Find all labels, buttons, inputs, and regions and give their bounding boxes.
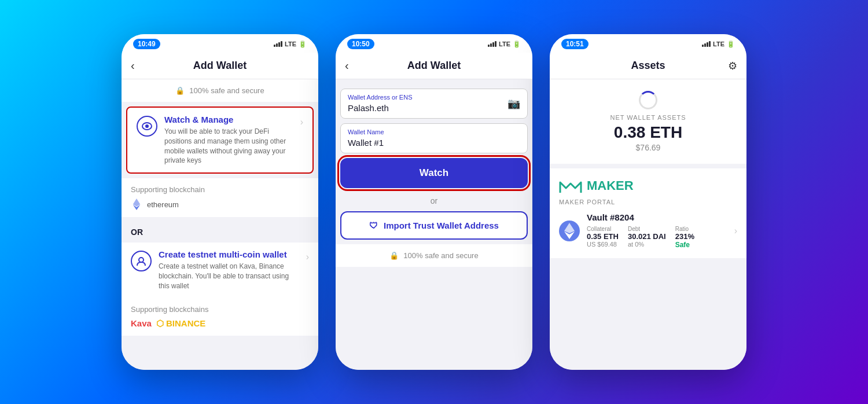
maker-logo: MAKER — [559, 178, 737, 194]
net-wallet-label: NET WALLET ASSETS — [610, 114, 686, 121]
create-testnet-item[interactable]: Create testnet multi-coin wallet Create … — [122, 243, 318, 298]
lte-label: LTE — [285, 41, 296, 47]
eth-icon — [564, 223, 575, 239]
status-icons-1: LTE 🔋 — [274, 41, 307, 48]
assets-net-section: NET WALLET ASSETS 0.38 ETH $76.69 — [550, 79, 746, 164]
or-text-2: or — [336, 193, 532, 209]
safe-banner-1: 🔒 100% safe and secure — [122, 79, 318, 102]
ratio-status: Safe — [675, 241, 694, 249]
battery-icon-3: 🔋 — [727, 41, 735, 48]
status-time-2: 10:50 — [347, 39, 374, 49]
svg-marker-2 — [133, 199, 141, 207]
screen1-content: 🔒 100% safe and secure Watch & Manage Yo… — [122, 79, 318, 370]
safe-banner-2: 🔒 100% safe and secure — [336, 244, 532, 267]
page-title-1: Add Wallet — [193, 60, 247, 72]
signal-icon — [274, 41, 282, 47]
import-button-label: Import Trust Wallet Address — [384, 221, 499, 230]
collateral-label: Collateral — [587, 226, 619, 232]
shield-icon: 🛡 — [369, 221, 378, 230]
loading-spinner — [639, 91, 657, 109]
collateral-usd: US $69.48 — [587, 241, 619, 248]
signal-icon-3 — [702, 41, 711, 47]
watch-button[interactable]: Watch — [340, 158, 528, 188]
back-button-1[interactable]: ‹ — [131, 59, 135, 72]
svg-point-1 — [145, 124, 149, 128]
svg-marker-5 — [564, 223, 575, 233]
debt-value: 30.021 DAI — [628, 232, 666, 241]
vault-row[interactable]: Vault #8204 Collateral 0.35 ETH US $69.4… — [559, 212, 737, 249]
wallet-address-label: Wallet Address or ENS — [348, 94, 520, 101]
blockchain-row-1: ethereum — [131, 199, 309, 210]
maker-label: MAKER — [587, 178, 634, 193]
net-wallet-value: 0.38 ETH — [614, 123, 682, 142]
wallet-name-label: Wallet Name — [348, 128, 520, 135]
eye-icon — [142, 122, 152, 130]
watch-manage-title: Watch & Manage — [164, 115, 293, 124]
nav-header-2: ‹ Add Wallet — [336, 53, 532, 79]
debt-sub: at 0% — [628, 241, 666, 248]
wallet-name-input[interactable] — [348, 138, 520, 148]
camera-icon[interactable]: 📷 — [507, 97, 520, 110]
or-label-1: OR — [131, 227, 143, 237]
nav-header-3: Assets ⚙ — [550, 53, 746, 79]
safe-text-1: 100% safe and secure — [189, 86, 264, 95]
status-time-3: 10:51 — [561, 39, 589, 49]
wallet-address-input[interactable] — [348, 103, 520, 113]
status-bar-1: 10:49 LTE 🔋 — [122, 34, 318, 53]
phone-screen-1: 10:49 LTE 🔋 ‹ Add Wallet 🔒 100% safe and… — [122, 34, 318, 370]
back-button-2[interactable]: ‹ — [345, 59, 349, 72]
lte-label-3: LTE — [713, 41, 724, 47]
testnet-title: Create testnet multi-coin wallet — [159, 249, 299, 259]
testnet-desc: Create a testnet wallet on Kava, Binance… — [159, 262, 299, 291]
battery-icon: 🔋 — [299, 41, 307, 48]
vault-collateral: Collateral 0.35 ETH US $69.48 — [587, 226, 619, 249]
ratio-label: Ratio — [675, 226, 694, 232]
eye-icon-circle — [137, 116, 157, 137]
eth-circle — [559, 221, 580, 241]
user-icon — [136, 256, 146, 266]
net-wallet-usd: $76.69 — [636, 143, 661, 152]
status-icons-2: LTE 🔋 — [488, 41, 521, 48]
signal-icon-2 — [488, 41, 496, 47]
vault-arrow: › — [734, 226, 737, 236]
status-icons-3: LTE 🔋 — [702, 41, 735, 48]
blockchain-row-2: Kava ⬡ BINANCE — [131, 318, 309, 329]
supporting-section-2: Supporting blockchains Kava ⬡ BINANCE — [122, 298, 318, 336]
testnet-arrow: › — [306, 252, 309, 262]
import-trust-wallet-button[interactable]: 🛡 Import Trust Wallet Address — [340, 211, 528, 240]
safe-text-2: 100% safe and secure — [403, 251, 478, 260]
collateral-value: 0.35 ETH — [587, 232, 619, 241]
vault-name: Vault #8204 — [587, 212, 727, 222]
nav-header-1: ‹ Add Wallet — [122, 53, 318, 79]
supporting-section-1: Supporting blockchain ethereum — [122, 178, 318, 217]
ethereum-icon — [131, 199, 142, 210]
maker-section: MAKER MAKER PORTAL Vault #8204 Collatera… — [550, 168, 746, 258]
binance-label: ⬡ BINANCE — [156, 318, 206, 329]
vault-info: Vault #8204 Collateral 0.35 ETH US $69.4… — [587, 212, 727, 249]
battery-icon-2: 🔋 — [513, 41, 521, 48]
lock-icon-1: 🔒 — [175, 86, 185, 95]
screen2-content: Wallet Address or ENS 📷 Wallet Name Watc… — [336, 79, 532, 370]
supporting-label-1: Supporting blockchain — [131, 185, 309, 194]
lte-label-2: LTE — [499, 41, 510, 47]
wallet-name-field[interactable]: Wallet Name — [340, 123, 528, 153]
watch-manage-desc: You will be able to track your DeFi posi… — [164, 127, 293, 166]
phone-screen-3: 10:51 LTE 🔋 Assets ⚙ NET WALLET ASSETS 0… — [550, 34, 746, 370]
screen3-content: NET WALLET ASSETS 0.38 ETH $76.69 MAKER … — [550, 79, 746, 370]
debt-label: Debt — [628, 226, 666, 232]
status-time-1: 10:49 — [133, 39, 160, 49]
status-bar-2: 10:50 LTE 🔋 — [336, 34, 532, 53]
kava-label: Kava — [131, 318, 152, 328]
vault-ratio: Ratio 231% Safe — [675, 226, 694, 249]
page-title-2: Add Wallet — [407, 60, 461, 72]
watch-manage-item[interactable]: Watch & Manage You will be able to track… — [126, 106, 314, 174]
supporting-label-2: Supporting blockchains — [131, 305, 309, 314]
blockchain-name-1: ethereum — [147, 200, 179, 209]
watch-manage-arrow: › — [300, 117, 303, 127]
status-bar-3: 10:51 LTE 🔋 — [550, 34, 746, 53]
watch-manage-content: Watch & Manage You will be able to track… — [164, 115, 293, 166]
settings-button[interactable]: ⚙ — [728, 60, 737, 72]
maker-m-icon — [559, 178, 582, 194]
phone-screen-2: 10:50 LTE 🔋 ‹ Add Wallet Wallet Address … — [336, 34, 532, 370]
wallet-address-field[interactable]: Wallet Address or ENS 📷 — [340, 89, 528, 119]
